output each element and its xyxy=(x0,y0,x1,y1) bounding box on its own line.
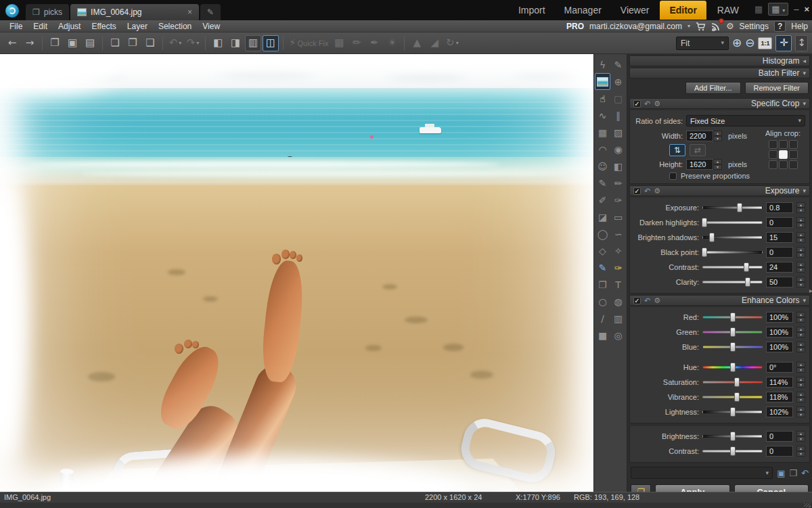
back-button[interactable]: ← xyxy=(4,35,20,51)
spin-up-icon[interactable]: ▴ xyxy=(796,312,805,317)
slider-handle[interactable] xyxy=(702,248,707,257)
delete-preset-icon[interactable]: ❒ xyxy=(789,469,797,478)
spin-down-icon[interactable]: ▾ xyxy=(713,164,722,170)
spin-up-icon[interactable]: ▴ xyxy=(796,232,805,237)
landscape-button[interactable]: ⇄ xyxy=(690,144,706,156)
spin-down-icon[interactable]: ▾ xyxy=(713,136,722,141)
exposure-slider-value[interactable]: 50 xyxy=(766,277,793,287)
exposure-slider[interactable] xyxy=(702,203,763,212)
help-icon[interactable]: ? xyxy=(774,21,786,32)
width-spinbox[interactable]: 2200 ▴▾ xyxy=(686,131,722,141)
crop-tool[interactable]: ▢ xyxy=(610,90,626,107)
exposure-slider[interactable] xyxy=(702,248,763,257)
exposure-slider-value[interactable]: 15 xyxy=(766,232,793,243)
slider-handle[interactable] xyxy=(745,277,750,287)
image-menu-button[interactable]: ▦ ▾ xyxy=(768,3,788,16)
quick-edits-tool[interactable]: ϟ xyxy=(595,56,610,73)
value-spinner[interactable]: ▴▾ xyxy=(796,312,805,323)
brush-tool[interactable]: ✑ xyxy=(610,191,626,208)
align-cell[interactable] xyxy=(789,160,798,169)
width-value[interactable]: 2200 xyxy=(686,131,713,141)
exposure-enabled-checkbox[interactable]: ✓ xyxy=(633,187,641,195)
module-tab-import[interactable]: Import xyxy=(510,1,554,19)
red-eye-tool[interactable]: ◉ xyxy=(610,141,626,158)
dual-view-button[interactable]: ▥ xyxy=(245,35,261,51)
module-tab-raw[interactable]: RAW xyxy=(709,1,747,19)
zoom-out-icon[interactable]: ⊖ xyxy=(745,37,754,49)
enhance-slider-value[interactable]: 102% xyxy=(766,407,793,417)
magic-wand-tool[interactable]: ✧ xyxy=(610,242,626,259)
adjust-slider-value[interactable]: 0 xyxy=(766,431,793,442)
slider-handle[interactable] xyxy=(730,446,736,456)
polygon-selection-tool[interactable]: ◇ xyxy=(595,242,610,259)
deskew-tool[interactable]: ∥ xyxy=(610,107,626,124)
resize-grip[interactable] xyxy=(804,503,811,507)
align-cell[interactable] xyxy=(789,140,798,149)
save-preset-icon[interactable]: ▣ xyxy=(777,469,785,478)
tab-picks[interactable]: ❐ picks xyxy=(26,4,69,20)
spin-down-icon[interactable]: ▾ xyxy=(796,382,805,388)
spin-down-icon[interactable]: ▾ xyxy=(796,317,805,323)
pen-tool[interactable]: ✐ xyxy=(595,191,610,208)
spin-down-icon[interactable]: ▾ xyxy=(796,367,805,373)
value-spinner[interactable]: ▴▾ xyxy=(796,202,805,213)
slider-handle[interactable] xyxy=(734,392,740,402)
spin-down-icon[interactable]: ▾ xyxy=(796,412,805,417)
value-spinner[interactable]: ▴▾ xyxy=(796,217,805,228)
zoom-tool[interactable]: ⊕ xyxy=(610,73,626,90)
exposure-header[interactable]: ✓ ↶ ⚙ Exposure ▾ xyxy=(629,185,810,196)
gallery-icon[interactable]: ▦ xyxy=(754,5,763,14)
add-filter-button[interactable]: Add Filter... xyxy=(685,82,741,94)
enhance-slider-value[interactable]: 114% xyxy=(766,377,793,388)
ellipse-selection-tool[interactable]: ◯ xyxy=(595,225,610,242)
preserve-proportions-checkbox[interactable]: ✓ xyxy=(669,172,677,180)
specific-crop-header[interactable]: ✓ ↶ ⚙ Specific Crop ▾ xyxy=(629,98,810,109)
spin-up-icon[interactable]: ▴ xyxy=(796,446,805,451)
exposure-slider[interactable] xyxy=(702,218,763,227)
paste-into-tool[interactable]: ❐ xyxy=(595,276,610,293)
module-tab-viewer[interactable]: Viewer xyxy=(612,1,658,19)
exposure-slider-value[interactable]: 0 xyxy=(766,217,793,228)
spin-down-icon[interactable]: ▾ xyxy=(796,436,805,442)
value-spinner[interactable]: ▴▾ xyxy=(796,262,805,273)
module-tab-editor[interactable]: Editor xyxy=(660,1,706,20)
spin-up-icon[interactable]: ▴ xyxy=(796,362,805,367)
fit-height-button[interactable]: ↕ xyxy=(795,35,808,51)
line-tool[interactable]: ∕ xyxy=(595,310,610,327)
enhance-slider[interactable] xyxy=(702,407,763,417)
menu-item-selection[interactable]: Selection xyxy=(153,22,197,31)
zoom-100-button[interactable]: 1:1 xyxy=(758,37,772,49)
spin-up-icon[interactable]: ▴ xyxy=(796,431,805,436)
gear-icon[interactable]: ⚙ xyxy=(654,187,660,195)
value-spinner[interactable]: ▴▾ xyxy=(796,327,805,338)
straighten-tool[interactable]: ∿ xyxy=(595,107,610,124)
spin-down-icon[interactable]: ▾ xyxy=(796,347,805,352)
crop-enabled-checkbox[interactable]: ✓ xyxy=(633,100,641,108)
shapes-tool[interactable]: ◍ xyxy=(610,293,626,310)
stamp-tool[interactable]: ▥ xyxy=(610,310,626,327)
spin-up-icon[interactable]: ▴ xyxy=(796,392,805,397)
redo-button[interactable]: ↷▾ xyxy=(185,35,201,51)
help-label[interactable]: Help xyxy=(791,22,808,31)
value-spinner[interactable]: ▴▾ xyxy=(796,362,805,373)
spin-down-icon[interactable]: ▾ xyxy=(796,223,805,228)
navigator-tool[interactable] xyxy=(595,73,610,90)
exposure-slider-value[interactable]: 0.8 xyxy=(766,202,793,213)
slider-handle[interactable] xyxy=(730,313,736,322)
news-feed-icon[interactable] xyxy=(711,21,721,30)
enhance-slider-value[interactable]: 100% xyxy=(766,327,793,338)
menu-item-adjust[interactable]: Adjust xyxy=(53,22,86,31)
spin-down-icon[interactable]: ▾ xyxy=(796,208,805,213)
portrait-button[interactable]: ⇅ xyxy=(669,144,685,156)
value-spinner[interactable]: ▴▾ xyxy=(796,377,805,388)
perspective-tool[interactable]: ▨ xyxy=(610,124,626,141)
spin-up-icon[interactable]: ▴ xyxy=(796,217,805,223)
spin-down-icon[interactable]: ▾ xyxy=(796,237,805,243)
spin-up-icon[interactable]: ▴ xyxy=(796,407,805,412)
exposure-slider-value[interactable]: 0 xyxy=(766,247,793,258)
retouch-pen-tool[interactable]: ✎ xyxy=(595,175,610,191)
spin-down-icon[interactable]: ▾ xyxy=(796,332,805,338)
panel-flyout-arrow[interactable]: ▸ xyxy=(809,287,812,294)
align-cell[interactable] xyxy=(769,160,777,169)
slider-track[interactable] xyxy=(702,266,763,269)
